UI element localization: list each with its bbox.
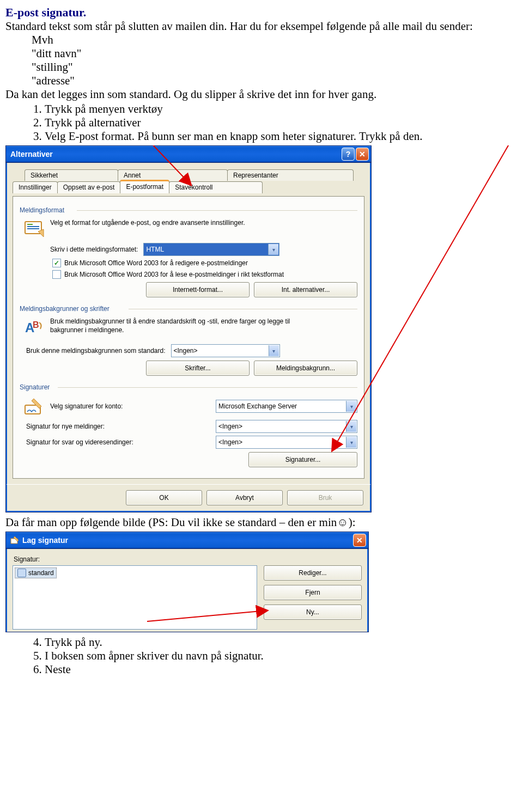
int-options-button[interactable]: Int. alternativer... xyxy=(254,282,357,297)
mail-format-icon xyxy=(23,218,45,240)
step-5: I boksen som åpner skriver du navn på si… xyxy=(45,649,518,663)
chevron-down-icon: ▾ xyxy=(268,244,278,255)
tabstrip: Sikkerhet Annet Representanter Innstilli… xyxy=(13,169,364,197)
create-signature-title: Lag signatur xyxy=(22,536,352,545)
signature-listbox[interactable]: standard xyxy=(13,565,257,630)
tabpanel-epostformat: Meldingsformat Velg et format for utgåen… xyxy=(13,196,364,479)
sig-new-select[interactable]: <Ingen> ▾ xyxy=(216,420,357,433)
help-button[interactable]: ? xyxy=(342,148,355,161)
checkbox-word-edit-label: Bruk Microsoft Office Word 2003 for å re… xyxy=(64,259,248,267)
step-1: Trykk på menyen verktøy xyxy=(45,102,518,116)
tab-oppsett-epost[interactable]: Oppsett av e-post xyxy=(57,181,121,193)
intro-paragraph: Standard tekst som står på slutten av ma… xyxy=(5,20,518,33)
chevron-down-icon: ▾ xyxy=(269,345,279,356)
intro-paragraph-2: Da kan det legges inn som standard. Og d… xyxy=(5,88,518,101)
edit-button[interactable]: Rediger... xyxy=(264,565,362,581)
close-button[interactable]: ✕ xyxy=(353,534,366,547)
page-heading: E-post signatur. xyxy=(5,5,518,20)
bakgrunner-desc: Bruk meldingsbakgrunner til å endre stan… xyxy=(50,317,312,334)
options-title: Alternativer xyxy=(10,150,340,158)
step-3: Velg E-post format. På bunn ser man en k… xyxy=(45,130,518,143)
sig-fwd-select[interactable]: <Ingen> ▾ xyxy=(216,436,357,449)
signature-icon xyxy=(23,395,45,417)
chevron-down-icon: ▾ xyxy=(346,401,356,412)
fonts-icon: AB xyxy=(23,317,45,339)
sig-new-label: Signatur for nye meldinger: xyxy=(26,423,190,430)
checkbox-word-read-label: Bruk Microsoft Office Word 2003 for å le… xyxy=(64,271,284,278)
checkbox-word-read[interactable] xyxy=(52,270,61,279)
checkbox-word-edit[interactable]: ✓ xyxy=(52,259,61,267)
sig-account-select[interactable]: Microsoft Exchange Server ▾ xyxy=(216,400,357,413)
list-item[interactable]: standard xyxy=(15,567,57,578)
sig-account-label: Velg signaturer for konto: xyxy=(50,402,123,411)
remove-button[interactable]: Fjern xyxy=(264,585,362,600)
bg-label: Bruk denne meldingsbakgrunnen som standa… xyxy=(26,347,166,355)
options-titlebar[interactable]: Alternativer ? ✕ xyxy=(6,146,371,163)
signature-example: Mvh "ditt navn" "stilling" "adresse" xyxy=(32,33,518,88)
sig-fwd-label: Signatur for svar og videresendinger: xyxy=(26,438,190,446)
create-signature-titlebar[interactable]: Lag signatur ✕ xyxy=(6,532,368,549)
steps-list-1: Trykk på menyen verktøy Trykk på alterna… xyxy=(5,102,518,143)
format-select[interactable]: HTML ▾ xyxy=(143,243,279,256)
apply-button[interactable]: Bruk xyxy=(287,490,363,505)
tab-annet[interactable]: Annet xyxy=(118,169,228,181)
step-2: Trykk på alternativer xyxy=(45,116,518,130)
tab-epostformat[interactable]: E-postformat xyxy=(120,180,169,193)
svg-rect-2 xyxy=(27,226,39,227)
signatures-button[interactable]: Signaturer... xyxy=(248,452,357,467)
step-4: Trykk på ny. xyxy=(45,636,518,649)
format-label: Skriv i dette meldingsformatet: xyxy=(50,246,138,253)
between-text: Da får man opp følgende bilde (PS: Du vi… xyxy=(5,516,518,529)
group-bakgrunner: Meldingsbakgrunner og skrifter xyxy=(20,305,357,313)
options-dialog: Alternativer ? ✕ Sikkerhet Annet Represe… xyxy=(5,145,372,512)
tab-stavekontroll[interactable]: Stavekontroll xyxy=(169,181,263,193)
fonts-button[interactable]: Skrifter... xyxy=(146,361,250,376)
stationery-button[interactable]: Meldingsbakgrunn... xyxy=(254,361,357,376)
ok-button[interactable]: OK xyxy=(126,490,202,505)
cancel-button[interactable]: Avbryt xyxy=(206,490,283,505)
group-meldingsformat: Meldingsformat xyxy=(20,206,357,214)
group-signaturer: Signaturer xyxy=(20,383,357,391)
bg-select[interactable]: <Ingen> ▾ xyxy=(171,344,280,357)
close-button[interactable]: ✕ xyxy=(356,148,369,161)
signature-dialog-icon xyxy=(10,536,19,545)
new-button[interactable]: Ny... xyxy=(264,605,362,620)
tab-innstillinger[interactable]: Innstillinger xyxy=(13,181,58,193)
svg-rect-3 xyxy=(27,228,39,229)
tab-sikkerhet[interactable]: Sikkerhet xyxy=(25,169,118,181)
step-6: Neste xyxy=(45,663,518,676)
tab-representanter[interactable]: Representanter xyxy=(227,169,354,181)
internet-format-button[interactable]: Internett-format... xyxy=(146,282,250,297)
svg-text:B: B xyxy=(33,320,39,329)
create-signature-dialog: Lag signatur ✕ Signatur: standard Redige… xyxy=(5,532,369,632)
chevron-down-icon: ▾ xyxy=(346,437,356,448)
options-footer: OK Avbryt Bruk xyxy=(6,484,371,512)
steps-list-2: Trykk på ny. I boksen som åpner skriver … xyxy=(5,636,518,676)
chevron-down-icon: ▾ xyxy=(346,421,356,432)
meldingsformat-desc: Velg et format for utgående e-post, og e… xyxy=(50,218,245,227)
signature-item-icon xyxy=(17,569,26,577)
svg-rect-1 xyxy=(27,224,33,225)
signature-list-label: Signatur: xyxy=(14,555,362,563)
